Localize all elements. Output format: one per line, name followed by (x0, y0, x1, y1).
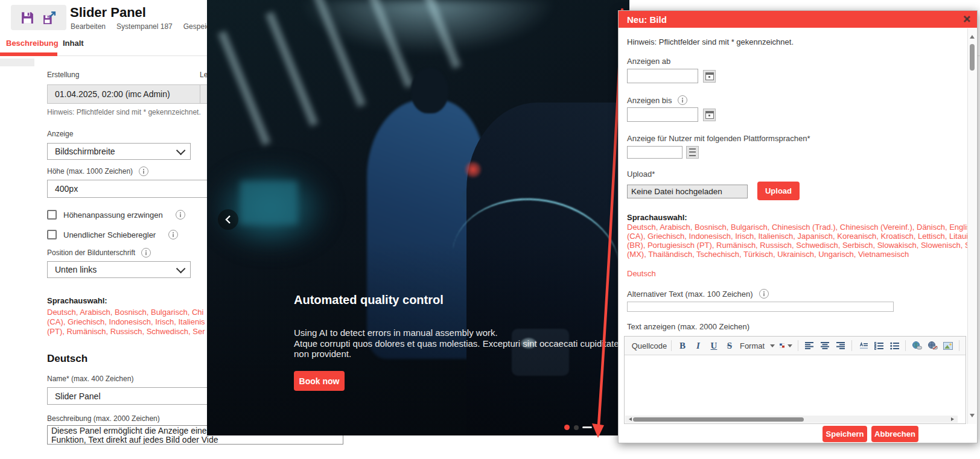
scroll-right-icon[interactable] (951, 417, 956, 421)
language-links-line[interactable]: (PT), Rumänisch, Russisch, Schwedisch, S… (47, 327, 205, 336)
chevron-down-icon (176, 145, 186, 155)
slider-prev-button[interactable] (218, 209, 238, 230)
slider-dot-active[interactable] (564, 425, 570, 430)
beschreibung-line: Funktion, Text direkt auf jedes Bild ode… (51, 435, 339, 445)
bold-icon: B (679, 341, 686, 351)
underline-button[interactable]: U (707, 339, 721, 353)
name-label: Name* (max. 400 Zeichen) (47, 375, 133, 383)
active-tab-indicator (0, 52, 57, 56)
italic-button[interactable]: I (691, 339, 705, 353)
scroll-up-icon[interactable] (970, 33, 975, 39)
anzeigen-bis-calendar-button[interactable] (703, 109, 716, 121)
toolbar-separator (959, 340, 959, 351)
bold-button[interactable]: B (675, 339, 690, 353)
source-button[interactable]: Quellcode (628, 339, 667, 353)
hoehe-value: 400px (55, 184, 78, 194)
vertical-scrollbar-thumb[interactable] (970, 44, 975, 71)
underline-icon: U (711, 341, 718, 351)
language-links-line[interactable]: (CA), Griechisch, Indonesisch, Irisch, I… (627, 232, 968, 241)
richtext-editor: Quellcode B I U S Format (624, 336, 966, 424)
scroll-down-icon[interactable] (970, 414, 975, 420)
close-icon[interactable] (962, 15, 970, 23)
language-links-line[interactable]: (MX), Thailändisch, Tschechisch, Türkisc… (627, 250, 968, 259)
monitor-shape (240, 181, 298, 224)
pflichtfelder-hinweis: Hinweis: Pflichtfelder sind mit * gekenn… (47, 108, 201, 116)
upload-label: Upload* (627, 169, 655, 179)
anzeige-selected-value: Bildschirmbreite (55, 147, 115, 156)
save-button[interactable]: Speichern (822, 426, 867, 442)
slide-text: Using AI to detect errors in manual asse… (294, 328, 619, 359)
erstellung-label: Erstellung (47, 71, 79, 79)
insert-link-button[interactable] (909, 339, 924, 353)
unordered-list-icon (890, 342, 899, 350)
text-anzeigen-label: Text anzeigen (max. 2000 Zeichen) (627, 322, 749, 331)
tab-beschreibung[interactable]: Beschreibung (6, 39, 59, 48)
align-right-button[interactable] (833, 339, 848, 353)
cancel-button[interactable]: Abbrechen (871, 426, 918, 442)
slide-text-line: non provident. (294, 349, 619, 359)
scroll-left-icon[interactable] (627, 417, 632, 421)
hoehe-input[interactable]: 400px (47, 180, 211, 198)
position-label-row: Position der Bildunterschrift (47, 248, 151, 258)
plattformsprachen-input[interactable] (627, 146, 682, 159)
source-button-label: Quellcode (632, 341, 667, 350)
position-selected-value: Unten links (55, 265, 97, 274)
anzeigen-bis-label-row: Anzeigen bis (627, 95, 687, 105)
alt-text-input[interactable] (627, 302, 894, 312)
align-left-button[interactable] (802, 339, 816, 353)
name-value: Slider Panel (55, 391, 101, 401)
ordered-list-button[interactable] (871, 339, 886, 353)
format-dropdown[interactable]: Format (738, 339, 777, 353)
info-icon[interactable] (176, 210, 185, 220)
indent-icon (859, 342, 868, 350)
slider-dash-indicator[interactable] (582, 426, 592, 428)
tab-inhalt[interactable]: Inhalt (63, 39, 84, 48)
info-icon[interactable] (139, 166, 148, 176)
anzeigen-ab-input[interactable] (627, 69, 698, 83)
slider-dot[interactable] (574, 425, 579, 430)
editor-horizontal-scrollbar[interactable] (625, 416, 958, 423)
anzeigen-bis-label: Anzeigen bis (627, 96, 672, 105)
unordered-list-button[interactable] (887, 339, 902, 353)
save-and-exit-icon[interactable] (42, 10, 57, 25)
info-icon[interactable] (678, 95, 687, 105)
slide-text-line: Using AI to detect errors in manual asse… (294, 328, 619, 338)
anzeige-select[interactable]: Bildschirmbreite (47, 143, 191, 160)
hoehenanpassung-checkbox[interactable] (47, 210, 57, 220)
language-links-line[interactable]: Deutsch, Arabisch, Bosnisch, Bulgarisch,… (627, 223, 968, 232)
language-links-line[interactable]: Deutsch, Arabisch, Bosnisch, Bulgarisch,… (47, 308, 203, 317)
upload-button[interactable]: Upload (757, 182, 800, 200)
unlink-icon (928, 341, 938, 350)
modal-vertical-scrollbar[interactable] (967, 28, 976, 424)
insert-image-button[interactable] (941, 339, 955, 353)
color-picker-button[interactable] (778, 339, 794, 353)
horizontal-scrollbar-thumb[interactable] (633, 417, 804, 422)
info-icon[interactable] (141, 248, 151, 258)
toolbar-separator (851, 340, 852, 351)
indent-button[interactable] (856, 339, 870, 353)
position-select[interactable]: Unten links (47, 261, 191, 278)
info-icon[interactable] (168, 230, 178, 239)
sprachauswahl-heading: Sprachauswahl: (47, 296, 107, 305)
language-links-line[interactable]: (CA), Griechisch, Indonesisch, Irisch, I… (47, 317, 205, 326)
plattformsprachen-list-button[interactable] (686, 146, 699, 159)
remove-link-button[interactable] (925, 339, 940, 353)
anzeigen-bis-input[interactable] (627, 107, 698, 122)
anzeigen-ab-calendar-button[interactable] (703, 70, 716, 83)
book-now-button[interactable]: Book now (294, 371, 345, 391)
editor-content-area[interactable] (625, 355, 966, 416)
info-icon[interactable] (759, 289, 769, 299)
schieberegler-checkbox[interactable] (47, 230, 57, 239)
align-center-icon (821, 342, 829, 349)
selected-language-link[interactable]: Deutsch (627, 269, 968, 278)
slide-heading: Automated quality control (294, 293, 444, 307)
name-input[interactable]: Slider Panel (47, 387, 211, 405)
chevron-down-icon (176, 264, 186, 273)
page-title: Slider Panel (70, 5, 146, 21)
language-links-line[interactable]: (BR), Portugiesisch (PT), Rumänisch, Rus… (627, 241, 968, 250)
plattformsprachen-label: Anzeige für Nutzer mit folgenden Plattfo… (627, 134, 810, 143)
align-center-button[interactable] (818, 339, 832, 353)
slider-image: Automated quality control Using AI to de… (207, 0, 629, 435)
strikethrough-button[interactable]: S (722, 339, 737, 353)
save-icon[interactable] (20, 10, 35, 25)
